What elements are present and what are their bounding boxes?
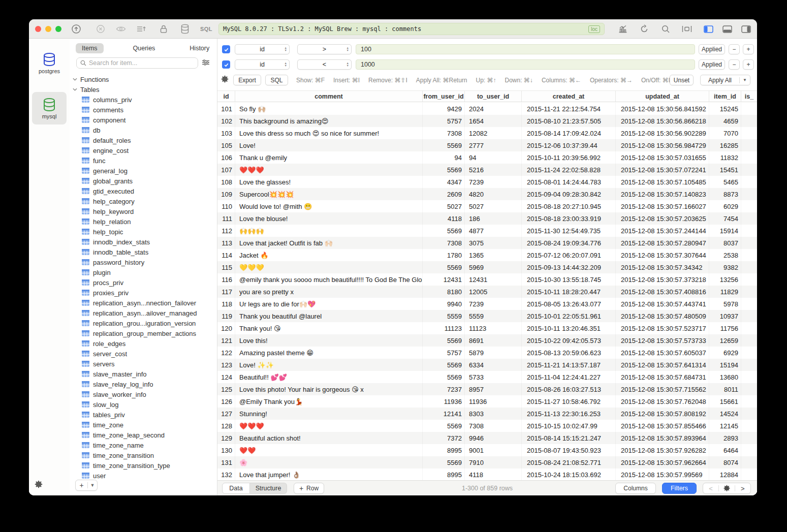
sidebar-item-table[interactable]: comments — [70, 105, 217, 115]
table-row[interactable]: 120Thank you! 😘11123111232015-10-11 13:2… — [217, 322, 757, 334]
connection-mysql[interactable]: mysql — [32, 92, 67, 124]
section-tables[interactable]: Tables — [70, 84, 217, 95]
filter-operator-select[interactable]: < ▲▼ — [297, 59, 352, 70]
remove-filter-button[interactable]: − — [729, 44, 740, 54]
tab-queries[interactable]: Queries — [127, 43, 162, 53]
add-filter-button[interactable]: + — [743, 59, 754, 70]
sidebar-item-table[interactable]: time_zone_leap_second — [70, 430, 217, 440]
column-header[interactable]: to_user_id — [465, 91, 522, 102]
filter-applied-button[interactable]: Applied — [699, 44, 725, 54]
column-header[interactable]: item_id — [709, 91, 741, 102]
unset-button[interactable]: Unset — [670, 75, 694, 85]
table-row[interactable]: 121Love this!556986912015-10-22 09:42:05… — [217, 334, 757, 347]
sidebar-item-table[interactable]: replication_grou...iguration_version — [70, 318, 217, 328]
table-row[interactable]: 114Jacket 🔥178013652015-07-12 06:20:07.0… — [217, 249, 757, 261]
toggle-left-panel-icon[interactable] — [702, 19, 715, 39]
sidebar-item-table[interactable]: procs_priv — [70, 277, 217, 288]
table-row[interactable]: 110Would love to! @mith 😬502750272015-08… — [217, 200, 757, 212]
search-input[interactable]: Search for item... — [76, 57, 198, 69]
table-row[interactable]: 105Love!556927772015-12-06 10:37:39.4420… — [217, 139, 757, 151]
database-icon[interactable] — [178, 19, 192, 39]
table-row[interactable]: 124Beautiful!! 💕💕556957332015-11-04 12:2… — [217, 371, 757, 383]
sidebar-item-table[interactable]: plugin — [70, 267, 217, 277]
sql-button[interactable]: SQL — [265, 75, 288, 85]
add-item-button[interactable]: + ▼ — [75, 480, 98, 491]
filter-enabled-checkbox[interactable] — [222, 45, 230, 53]
data-tab-button[interactable]: Data — [222, 483, 250, 494]
table-row[interactable]: 117you are so pretty x8180120052015-10-1… — [217, 286, 757, 298]
table-row[interactable]: 125Love this photo! Your hair is gorgeou… — [217, 383, 757, 395]
sidebar-item-table[interactable]: time_zone_name — [70, 440, 217, 450]
sidebar-item-table[interactable]: servers — [70, 359, 217, 369]
table-row[interactable]: 115💛💛💛556959692015-09-13 14:44:32.209201… — [217, 261, 757, 273]
tab-items[interactable]: Items — [76, 43, 104, 53]
table-row[interactable]: 118Ur legs are to die for🙌🏻💖994072392015… — [217, 298, 757, 310]
sidebar-item-table[interactable]: default_roles — [70, 135, 217, 145]
list-filter-icon[interactable] — [202, 58, 210, 69]
settings-gear-icon[interactable] — [34, 480, 43, 491]
column-header[interactable]: from_user_id — [423, 91, 465, 102]
table-row[interactable]: 102This background is amazing😍5757165420… — [217, 115, 757, 127]
column-header[interactable]: id — [217, 91, 235, 102]
sidebar-item-table[interactable]: slave_relay_log_info — [70, 379, 217, 389]
filter-settings-gear-icon[interactable] — [221, 75, 229, 86]
sidebar-item-table[interactable]: role_edges — [70, 338, 217, 349]
table-row[interactable]: 123Love! ✨✨556963342015-11-21 14:13:57.1… — [217, 359, 757, 371]
sidebar-item-table[interactable]: db — [70, 125, 217, 135]
table-row[interactable]: 130❤️❤️899590012015-08-07 19:43:50.92320… — [217, 444, 757, 456]
tab-history[interactable]: History — [183, 43, 215, 53]
table-row[interactable]: 106Thank u @emily94942015-10-11 20:39:56… — [217, 151, 757, 164]
refresh-icon[interactable] — [638, 19, 651, 39]
filters-button[interactable]: Filters — [662, 483, 697, 494]
remove-filter-button[interactable]: − — [729, 59, 740, 70]
chart-icon[interactable] — [616, 19, 629, 39]
filter-applied-button[interactable]: Applied — [699, 59, 725, 70]
table-row[interactable]: 126@Emily Thank you💃11936119362015-11-27… — [217, 395, 757, 408]
connection-postgres[interactable]: postgres — [32, 47, 67, 79]
sidebar-item-table[interactable]: innodb_table_stats — [70, 247, 217, 257]
sidebar-item-table[interactable]: help_category — [70, 196, 217, 206]
table-settings-gear-icon[interactable] — [719, 485, 734, 492]
prev-page-button[interactable]: < — [703, 485, 718, 492]
table-row[interactable]: 128❤️❤️❤️556973082015-10-15 10:02:47.992… — [217, 420, 757, 432]
next-page-button[interactable]: > — [735, 485, 750, 492]
toggle-right-panel-icon[interactable] — [739, 19, 752, 39]
column-header[interactable]: created_at — [522, 91, 616, 102]
table-row[interactable]: 122Amazing pastel theme 😁575758792015-08… — [217, 347, 757, 359]
filter-operator-select[interactable]: > ▲▼ — [297, 44, 352, 54]
sidebar-item-table[interactable]: time_zone_transition — [70, 450, 217, 460]
table-row[interactable]: 132Love that jumper! 👌🏽899541182015-10-2… — [217, 468, 757, 480]
zoom-window-button[interactable] — [55, 26, 61, 32]
sidebar-item-table[interactable]: time_zone_transition_type — [70, 460, 217, 471]
table-row[interactable]: 108Love the glasses!434772392015-08-01 1… — [217, 176, 757, 188]
filter-value-input[interactable]: 1000 — [356, 59, 695, 70]
apply-all-button[interactable]: Apply All ▼ — [700, 75, 750, 85]
structure-sort-icon[interactable] — [135, 19, 148, 39]
sidebar-item-table[interactable]: time_zone — [70, 420, 217, 430]
column-header[interactable]: updated_at — [616, 91, 709, 102]
sidebar-item-table[interactable]: general_log — [70, 166, 217, 176]
structure-tab-button[interactable]: Structure — [250, 483, 287, 494]
table-row[interactable]: 127Stunning!1214183032015-11-13 22:30:16… — [217, 408, 757, 420]
table-row[interactable]: 111Love the blouse!41181862015-08-18 23:… — [217, 212, 757, 225]
sql-editor-button[interactable]: SQL — [199, 19, 214, 39]
add-row-button[interactable]: + Row — [294, 483, 324, 494]
sidebar-item-table[interactable]: replication_group_member_actions — [70, 328, 217, 338]
minimize-window-button[interactable] — [45, 26, 51, 32]
column-header[interactable]: is_ — [741, 91, 757, 102]
sidebar-item-table[interactable]: help_relation — [70, 216, 217, 227]
search-icon[interactable] — [659, 19, 672, 39]
sidebar-item-table[interactable]: global_grants — [70, 176, 217, 186]
table-row[interactable]: 131🌸556979102015-08-24 21:08:52.7712015-… — [217, 456, 757, 468]
sidebar-item-table[interactable]: slave_worker_info — [70, 389, 217, 399]
sidebar-item-table[interactable]: replication_asyn...nnection_failover — [70, 298, 217, 308]
table-row[interactable]: 119Thank you beautiful @laurel5559555920… — [217, 310, 757, 322]
sidebar-item-table[interactable]: replication_asyn...ailover_managed — [70, 308, 217, 318]
table-row[interactable]: 112🙌🙌🙌556948772015-11-30 12:54:49.735201… — [217, 225, 757, 237]
sidebar-item-table[interactable]: password_history — [70, 257, 217, 267]
section-functions[interactable]: Functions — [70, 74, 217, 84]
connect-icon[interactable] — [70, 19, 83, 39]
preview-eye-icon[interactable] — [114, 19, 128, 39]
sidebar-item-table[interactable]: func — [70, 155, 217, 166]
add-filter-button[interactable]: + — [743, 44, 754, 54]
